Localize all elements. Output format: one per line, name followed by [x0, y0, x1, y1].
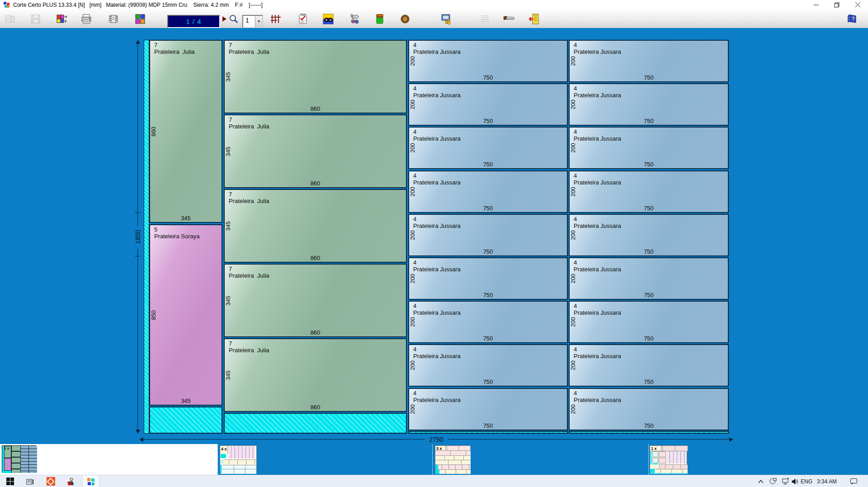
- page-thumbnail-3[interactable]: 3 x: [435, 445, 470, 473]
- piece-pid: 4: [409, 389, 567, 397]
- restore-button[interactable]: [826, 0, 847, 9]
- cut-piece[interactable]: 4Prateleira Jussara200750: [408, 83, 568, 126]
- cut-piece[interactable]: 7Prateleira Julia345860: [224, 338, 407, 412]
- page-thumbnail-4[interactable]: 1 x: [650, 445, 687, 473]
- piece-pid: 5: [150, 225, 222, 233]
- cut-piece[interactable]: 4Prateleira Jussara200750: [569, 127, 729, 169]
- checklist-button[interactable]: [297, 13, 309, 25]
- piece-pname: Prateleira Julia: [225, 347, 406, 354]
- tray-language[interactable]: ENG: [799, 475, 814, 487]
- piece-pid: 7: [225, 190, 406, 198]
- task-view-icon[interactable]: [24, 475, 37, 487]
- cut-piece[interactable]: 7Prateleira Julia345860: [224, 264, 407, 337]
- piece-pside: 345: [225, 147, 231, 156]
- waste-area: [408, 431, 568, 434]
- zoom-level-select[interactable]: 1 ▼: [242, 15, 263, 28]
- cutting-diagram-canvas[interactable]: 1850 2750 7Prateleira Julia8603455Pratel…: [0, 28, 868, 444]
- cut-piece[interactable]: 7Prateleira Julia345860: [224, 114, 407, 188]
- help-book-icon[interactable]: ?: [846, 13, 858, 25]
- action-center-icon[interactable]: [846, 475, 861, 487]
- cut-piece[interactable]: 4Prateleira Jussara200750: [569, 83, 729, 126]
- info-coin-button[interactable]: i: [399, 13, 411, 25]
- piece-pbot: 345: [150, 215, 222, 222]
- zoom-level-value: 1: [243, 16, 255, 27]
- cut-piece[interactable]: 4Prateleira Jussara200750: [569, 170, 729, 213]
- piece-pbot: 750: [570, 205, 728, 212]
- cut-piece[interactable]: 4Prateleira Jussara200750: [569, 301, 729, 343]
- cut-piece[interactable]: 7Prateleira Julia345860: [224, 40, 407, 113]
- print-button[interactable]: [80, 13, 92, 25]
- piece-pname: Prateleira Jussara: [409, 309, 567, 317]
- piece-pid: 4: [409, 41, 567, 48]
- minimize-button[interactable]: [806, 0, 826, 9]
- page-thumbnail-1[interactable]: 1 x: [2, 445, 36, 473]
- piece-pbot: 750: [570, 161, 728, 168]
- piece-pid: 7: [225, 265, 406, 272]
- cut-piece[interactable]: 7Prateleira Julia345860: [224, 189, 407, 263]
- piece-pname: Prateleira Julia: [150, 48, 222, 56]
- grid-button[interactable]: [270, 13, 282, 25]
- cut-piece[interactable]: 4Prateleira Jussara200750: [569, 388, 729, 430]
- piece-pbot: 750: [409, 118, 567, 124]
- cut-piece[interactable]: 4Prateleira Jussara200750: [408, 170, 568, 213]
- piece-pside: 200: [409, 360, 416, 370]
- piece-pbot: 750: [570, 248, 728, 255]
- exit-door-button[interactable]: [528, 13, 540, 25]
- piece-pname: Prateleira Jussara: [409, 397, 567, 404]
- piece-pside: 200: [409, 187, 416, 197]
- app-icon: [4, 2, 10, 8]
- piece-pname: Prateleira Jussara: [409, 353, 567, 360]
- taskbar-app-orange-icon[interactable]: [44, 475, 57, 487]
- mosaic-button[interactable]: [134, 13, 146, 25]
- piece-pid: 4: [409, 258, 567, 266]
- report-button: [4, 13, 16, 25]
- panel-arrange-button[interactable]: [56, 13, 68, 25]
- piece-pbot: 750: [570, 292, 728, 298]
- machining-button[interactable]: [349, 13, 361, 25]
- tray-chevron-up-icon[interactable]: [755, 475, 767, 487]
- cut-piece[interactable]: 4Prateleira Jussara200750: [408, 301, 568, 343]
- cut-piece[interactable]: 4Prateleira Jussara200750: [408, 388, 568, 430]
- zoom-icon[interactable]: [228, 13, 240, 25]
- piece-pname: Prateleira Jussara: [570, 353, 728, 360]
- page-indicator: 1 / 4: [167, 15, 220, 28]
- piece-pid: 4: [409, 302, 567, 309]
- cut-piece[interactable]: 4Prateleira Jussara200750: [408, 40, 568, 82]
- piece-pname: Prateleira Julia: [225, 48, 406, 56]
- piece-pname: Prateleira Jussara: [570, 222, 728, 230]
- cut-piece[interactable]: 4Prateleira Jussara200750: [569, 40, 729, 82]
- piece-pid: 4: [570, 84, 728, 92]
- piece-pside: 200: [570, 143, 576, 153]
- saw-button[interactable]: [503, 13, 515, 25]
- piece-pbot: 750: [409, 205, 567, 212]
- piece-pside: 200: [570, 317, 576, 327]
- close-button[interactable]: [847, 0, 868, 9]
- cut-piece[interactable]: 4Prateleira Jussara200750: [408, 127, 568, 169]
- piece-pid: 4: [570, 389, 728, 397]
- cut-piece[interactable]: 4Prateleira Jussara200750: [408, 214, 568, 256]
- piece-pside: 200: [409, 317, 416, 327]
- cut-piece[interactable]: 7Prateleira Julia860345: [149, 40, 222, 223]
- start-button[interactable]: [4, 475, 16, 487]
- tray-meet-now-icon[interactable]: [767, 475, 778, 487]
- stock-button[interactable]: [374, 13, 386, 25]
- cut-piece[interactable]: 4Prateleira Jussara200750: [569, 344, 729, 387]
- piece-pid: 4: [570, 258, 728, 266]
- taskbar-app-figure-icon[interactable]: [64, 475, 77, 487]
- cut-piece[interactable]: 5Prateleira Soraya850345: [149, 224, 222, 406]
- search-binoculars-button[interactable]: [322, 13, 334, 25]
- piece-pname: Prateleira Jussara: [409, 92, 567, 99]
- taskbar-cortecerto-icon[interactable]: [82, 475, 99, 487]
- piece-pside: 200: [570, 99, 576, 109]
- piece-pside: 200: [409, 99, 416, 109]
- tray-clock[interactable]: 3:34 AM: [814, 475, 840, 487]
- chevron-down-icon[interactable]: ▼: [255, 16, 262, 27]
- cut-piece[interactable]: 4Prateleira Jussara200750: [408, 344, 568, 387]
- cut-piece[interactable]: 4Prateleira Jussara200750: [408, 257, 568, 300]
- page-thumbnail-2[interactable]: 4 x: [220, 445, 257, 473]
- cut-piece[interactable]: 4Prateleira Jussara200750: [569, 257, 729, 300]
- piece-pname: Prateleira Jussara: [570, 179, 728, 186]
- costs-button[interactable]: [441, 13, 453, 25]
- preview-strip-button[interactable]: [108, 13, 120, 25]
- cut-piece[interactable]: 4Prateleira Jussara200750: [569, 214, 729, 256]
